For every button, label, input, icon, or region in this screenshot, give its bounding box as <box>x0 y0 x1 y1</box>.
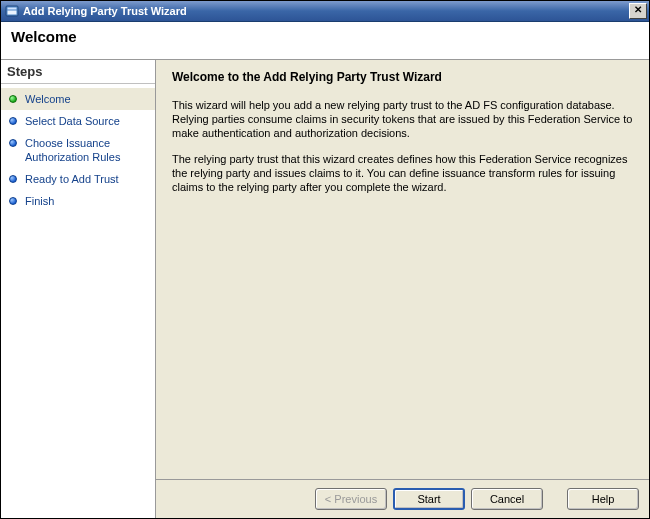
page-header: Welcome <box>1 22 649 60</box>
page-title: Welcome <box>11 28 639 45</box>
start-button[interactable]: Start <box>393 488 465 510</box>
step-welcome[interactable]: Welcome <box>1 88 155 110</box>
step-label: Ready to Add Trust <box>25 172 119 186</box>
step-label: Welcome <box>25 92 71 106</box>
close-button[interactable]: ✕ <box>629 3 647 19</box>
button-row: < Previous Start Cancel Help <box>156 479 649 518</box>
content-paragraph: This wizard will help you add a new rely… <box>172 98 633 140</box>
button-spacer <box>549 488 561 510</box>
svg-rect-1 <box>8 8 17 10</box>
step-select-data-source[interactable]: Select Data Source <box>1 110 155 132</box>
step-bullet-icon <box>9 197 17 205</box>
step-label: Select Data Source <box>25 114 120 128</box>
steps-list: Welcome Select Data Source Choose Issuan… <box>1 84 155 518</box>
step-ready-to-add-trust[interactable]: Ready to Add Trust <box>1 168 155 190</box>
app-icon <box>5 4 19 18</box>
content-pane: Welcome to the Add Relying Party Trust W… <box>156 60 649 518</box>
cancel-button[interactable]: Cancel <box>471 488 543 510</box>
svg-rect-2 <box>8 11 17 15</box>
step-label: Choose Issuance Authorization Rules <box>25 136 149 164</box>
steps-heading: Steps <box>1 60 155 84</box>
step-bullet-icon <box>9 175 17 183</box>
content-paragraph: The relying party trust that this wizard… <box>172 152 633 194</box>
step-finish[interactable]: Finish <box>1 190 155 212</box>
content-heading: Welcome to the Add Relying Party Trust W… <box>172 70 633 84</box>
previous-button[interactable]: < Previous <box>315 488 387 510</box>
window-title: Add Relying Party Trust Wizard <box>23 5 629 17</box>
step-choose-issuance-rules[interactable]: Choose Issuance Authorization Rules <box>1 132 155 168</box>
step-label: Finish <box>25 194 54 208</box>
help-button[interactable]: Help <box>567 488 639 510</box>
titlebar[interactable]: Add Relying Party Trust Wizard ✕ <box>1 1 649 22</box>
step-bullet-icon <box>9 117 17 125</box>
steps-sidebar: Steps Welcome Select Data Source Choose … <box>1 60 156 518</box>
step-bullet-icon <box>9 95 17 103</box>
wizard-window: Add Relying Party Trust Wizard ✕ Welcome… <box>0 0 650 519</box>
step-bullet-icon <box>9 139 17 147</box>
body: Steps Welcome Select Data Source Choose … <box>1 60 649 518</box>
content-body: Welcome to the Add Relying Party Trust W… <box>156 60 649 479</box>
